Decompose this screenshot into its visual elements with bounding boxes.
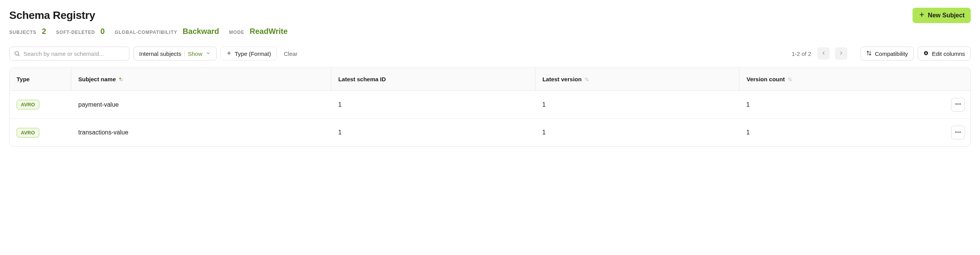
type-badge: AVRO bbox=[17, 128, 39, 138]
cell-latest-schema-id: 1 bbox=[331, 91, 535, 118]
svg-point-6 bbox=[955, 104, 956, 105]
stat-subjects-value: 2 bbox=[42, 27, 46, 36]
toolbar: Internal subjects Show Type (Format) Cle… bbox=[9, 47, 971, 60]
compatibility-label: Compatibility bbox=[875, 50, 908, 57]
version-count-text: 1 bbox=[746, 129, 750, 136]
edit-columns-label: Edit columns bbox=[932, 50, 965, 57]
stat-subjects-label: SUBJECTS bbox=[9, 30, 36, 35]
more-horizontal-icon bbox=[955, 129, 961, 137]
subjects-table: Type Subject name Latest schema ID Lates… bbox=[9, 67, 971, 147]
chevron-right-icon bbox=[839, 50, 844, 57]
sort-icon bbox=[866, 50, 872, 57]
search-input[interactable] bbox=[9, 47, 130, 60]
row-actions-button[interactable] bbox=[951, 126, 965, 139]
cell-type: AVRO bbox=[10, 119, 71, 146]
divider bbox=[184, 50, 185, 57]
th-type[interactable]: Type bbox=[10, 68, 71, 91]
row-actions-button[interactable] bbox=[951, 98, 965, 112]
subject-name-text: payment-value bbox=[78, 101, 119, 108]
chevron-left-icon bbox=[821, 50, 826, 57]
new-subject-label: New Subject bbox=[928, 12, 965, 19]
table-row[interactable]: AVRO payment-value 1 1 1 bbox=[10, 91, 970, 119]
plus-icon bbox=[919, 12, 925, 19]
cell-subject-name: transactions-value bbox=[71, 119, 331, 146]
chevron-down-icon bbox=[205, 50, 211, 57]
pagination-info: 1-2 of 2 bbox=[791, 50, 811, 57]
latest-version-text: 1 bbox=[542, 129, 546, 136]
svg-point-11 bbox=[960, 131, 961, 133]
svg-point-8 bbox=[960, 104, 961, 105]
new-subject-button[interactable]: New Subject bbox=[913, 8, 971, 23]
sort-asc-icon bbox=[118, 77, 124, 82]
th-count-label: Version count bbox=[746, 76, 785, 82]
stat-global-compat-value: Backward bbox=[183, 27, 219, 36]
cell-version-count: 1 bbox=[739, 91, 943, 118]
svg-point-9 bbox=[955, 131, 956, 133]
plus-icon bbox=[226, 50, 232, 57]
next-page-button[interactable] bbox=[835, 47, 847, 60]
cell-subject-name: payment-value bbox=[71, 91, 331, 118]
stat-mode-label: MODE bbox=[229, 30, 244, 35]
internal-subjects-filter[interactable]: Internal subjects Show bbox=[133, 47, 217, 60]
table-row[interactable]: AVRO transactions-value 1 1 1 bbox=[10, 119, 970, 146]
table-header: Type Subject name Latest schema ID Lates… bbox=[10, 68, 970, 91]
th-latest-schema-id[interactable]: Latest schema ID bbox=[331, 68, 535, 91]
latest-version-text: 1 bbox=[542, 101, 546, 108]
stats-bar: SUBJECTS 2 SOFT-DELETED 0 GLOBAL-COMPATI… bbox=[9, 27, 971, 36]
clear-filters-button[interactable]: Clear bbox=[281, 50, 301, 57]
more-horizontal-icon bbox=[955, 101, 961, 109]
svg-point-10 bbox=[958, 131, 959, 133]
edit-columns-button[interactable]: Edit columns bbox=[918, 47, 971, 60]
page-title: Schema Registry bbox=[9, 9, 95, 22]
latest-id-text: 1 bbox=[338, 129, 342, 136]
svg-line-3 bbox=[18, 55, 19, 56]
internal-subjects-value: Show bbox=[188, 50, 202, 57]
th-subject-name[interactable]: Subject name bbox=[71, 68, 331, 91]
cell-version-count: 1 bbox=[739, 119, 943, 146]
cell-type: AVRO bbox=[10, 91, 71, 118]
stat-softdeleted-label: SOFT-DELETED bbox=[56, 30, 95, 35]
th-name-label: Subject name bbox=[78, 76, 116, 82]
sort-icon bbox=[584, 77, 589, 82]
compatibility-button[interactable]: Compatibility bbox=[860, 47, 914, 60]
type-format-filter[interactable]: Type (Format) bbox=[221, 47, 277, 60]
sort-icon bbox=[787, 77, 793, 82]
cell-latest-version: 1 bbox=[535, 91, 739, 118]
type-format-label: Type (Format) bbox=[235, 50, 271, 57]
cell-latest-version: 1 bbox=[535, 119, 739, 146]
th-actions bbox=[943, 68, 970, 91]
th-version-count[interactable]: Version count bbox=[739, 68, 943, 91]
version-count-text: 1 bbox=[746, 101, 750, 108]
th-type-label: Type bbox=[17, 76, 30, 82]
th-id-label: Latest schema ID bbox=[338, 76, 386, 82]
gear-icon bbox=[923, 50, 929, 57]
stat-mode-value: ReadWrite bbox=[250, 27, 288, 36]
internal-subjects-label: Internal subjects bbox=[139, 50, 181, 57]
stat-softdeleted-value: 0 bbox=[100, 27, 104, 36]
stat-global-compat-label: GLOBAL-COMPATIBILITY bbox=[115, 30, 177, 35]
latest-id-text: 1 bbox=[338, 101, 342, 108]
type-badge: AVRO bbox=[17, 100, 39, 109]
th-version-label: Latest version bbox=[542, 76, 582, 82]
cell-latest-schema-id: 1 bbox=[331, 119, 535, 146]
prev-page-button[interactable] bbox=[817, 47, 830, 60]
svg-point-7 bbox=[958, 104, 959, 105]
subject-name-text: transactions-value bbox=[78, 129, 128, 136]
th-latest-version[interactable]: Latest version bbox=[535, 68, 740, 91]
